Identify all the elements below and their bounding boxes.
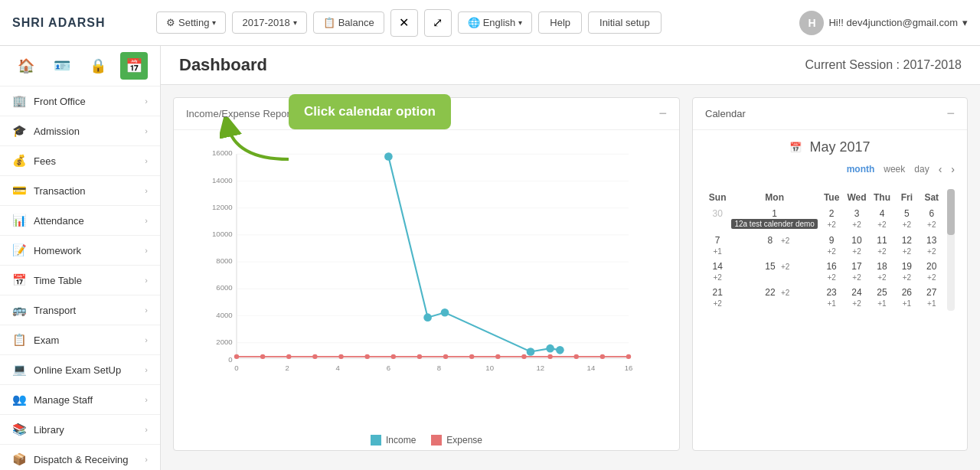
cal-more[interactable]: +2 xyxy=(852,299,861,308)
sidebar-item-front-office[interactable]: 🏢 Front Office › xyxy=(0,86,160,116)
cal-more[interactable]: +2 xyxy=(903,273,911,282)
tab-day[interactable]: day xyxy=(914,164,929,175)
cal-more[interactable]: +2 xyxy=(903,247,911,256)
cal-more[interactable]: +2 xyxy=(877,273,886,282)
cal-day-number: 27 xyxy=(921,287,942,298)
sidebar-item-library[interactable]: 📚 Library › xyxy=(0,415,160,445)
cal-cell[interactable]: 6+2 xyxy=(920,206,944,233)
sidebar-item-homework[interactable]: 📝 Homework › xyxy=(0,236,160,266)
cal-more[interactable]: +2 xyxy=(852,273,861,282)
initial-setup-button[interactable]: Initial setup xyxy=(588,11,662,34)
cal-event[interactable]: 12a test calender demo xyxy=(731,219,818,229)
cal-prev-button[interactable]: ‹ xyxy=(939,163,942,175)
cal-cell[interactable]: 8+2 xyxy=(730,233,819,259)
cal-cell[interactable]: 5+2 xyxy=(894,206,919,233)
cal-more[interactable]: +1 xyxy=(713,247,721,256)
sidebar-item-manage-staff[interactable]: 👥 Manage Staff › xyxy=(0,385,160,415)
cal-more[interactable]: +2 xyxy=(827,273,835,282)
close-button[interactable]: ✕ xyxy=(390,9,418,37)
cal-cell[interactable]: 12+2 xyxy=(894,233,919,259)
cal-day-number: 12 xyxy=(896,235,917,246)
sidebar-item-transaction[interactable]: 💳 Transaction › xyxy=(0,176,160,206)
cal-more[interactable]: +2 xyxy=(781,289,789,297)
sidebar-item-time-table[interactable]: 📅 Time Table › xyxy=(0,266,160,295)
sidebar-icon-home[interactable]: 🏠 xyxy=(12,52,40,80)
calendar-minimize-button[interactable]: − xyxy=(946,106,955,122)
cal-more[interactable]: +2 xyxy=(781,263,789,271)
setting-button[interactable]: ⚙ Setting ▾ xyxy=(156,11,226,34)
year-button[interactable]: 2017-2018 ▾ xyxy=(232,11,306,34)
sidebar-item-exam[interactable]: 📋 Exam › xyxy=(0,325,160,355)
cal-more[interactable]: +2 xyxy=(852,220,861,229)
cal-cell[interactable]: 7+1 xyxy=(705,233,730,259)
cal-cell[interactable]: 3+2 xyxy=(844,206,869,233)
cal-cell[interactable]: 25+1 xyxy=(870,285,894,311)
cal-more[interactable]: +1 xyxy=(903,299,911,308)
chevron-right-icon: › xyxy=(145,305,148,315)
cal-more[interactable]: +2 xyxy=(827,220,835,229)
cal-day-header-tue: Tue xyxy=(819,189,844,206)
cal-more[interactable]: +1 xyxy=(877,299,886,308)
cal-more[interactable]: +2 xyxy=(877,247,886,256)
cal-cell[interactable]: 2+2 xyxy=(819,206,844,233)
sidebar-item-admission[interactable]: 🎓 Admission › xyxy=(0,116,160,146)
cal-cell[interactable]: 17+2 xyxy=(844,259,869,285)
nav-left: 💻 Online Exam SetUp xyxy=(12,363,121,377)
language-button[interactable]: 🌐 English ▾ xyxy=(458,11,533,34)
cal-cell[interactable]: 19+2 xyxy=(894,259,919,285)
cal-day-number: 18 xyxy=(871,261,893,272)
help-button[interactable]: Help xyxy=(538,11,582,34)
cal-cell[interactable]: 13+2 xyxy=(920,233,944,259)
sidebar-icon-lock[interactable]: 🔒 xyxy=(84,52,112,80)
cal-more[interactable]: +2 xyxy=(903,220,911,229)
cal-more[interactable]: +2 xyxy=(827,247,835,256)
sidebar-icon-calendar[interactable]: 📅 xyxy=(120,52,148,80)
cal-cell[interactable]: 9+2 xyxy=(819,233,844,259)
cal-next-button[interactable]: › xyxy=(951,163,955,175)
cal-cell[interactable]: 20+2 xyxy=(920,259,944,285)
cal-cell[interactable]: 10+2 xyxy=(844,233,869,259)
balance-button[interactable]: 📋 Balance xyxy=(313,11,384,34)
sidebar-item-transport[interactable]: 🚌 Transport › xyxy=(0,295,160,325)
cal-more[interactable]: +1 xyxy=(827,299,835,308)
svg-point-45 xyxy=(521,354,526,359)
user-menu[interactable]: H Hi!! dev4junction@gmail.com ▾ xyxy=(799,11,968,35)
tab-week[interactable]: week xyxy=(884,164,905,175)
cal-cell[interactable]: 30 xyxy=(705,206,730,233)
cal-more[interactable]: +2 xyxy=(713,273,721,282)
cal-cell[interactable]: 26+1 xyxy=(894,285,919,311)
sidebar-icon-id[interactable]: 🪪 xyxy=(48,52,76,80)
cal-cell[interactable]: 24+2 xyxy=(844,285,869,311)
cal-more[interactable]: +2 xyxy=(927,220,936,229)
chevron-right-icon: › xyxy=(145,276,148,285)
cal-cell[interactable]: 22+2 xyxy=(730,285,819,311)
cal-cell[interactable]: 23+1 xyxy=(819,285,844,311)
cal-more[interactable]: +2 xyxy=(927,273,936,282)
cal-more[interactable]: +2 xyxy=(852,247,861,256)
chart-minimize-button[interactable]: − xyxy=(658,106,667,122)
cal-cell[interactable]: 14+2 xyxy=(705,259,730,285)
cal-cell[interactable]: 11+2 xyxy=(870,233,894,259)
cal-more[interactable]: +2 xyxy=(927,247,936,256)
sidebar-item-attendance[interactable]: 📊 Attendance › xyxy=(0,206,160,236)
tab-month[interactable]: month xyxy=(847,164,875,175)
svg-text:0: 0 xyxy=(228,355,232,364)
cal-cell[interactable]: 16+2 xyxy=(819,259,844,285)
cal-cell[interactable]: 15+2 xyxy=(730,259,819,285)
expand-button[interactable]: ⤢ xyxy=(424,9,452,37)
sidebar-item-fees[interactable]: 💰 Fees › xyxy=(0,146,160,176)
cal-cell[interactable]: 4+2 xyxy=(870,206,894,233)
cal-more[interactable]: +1 xyxy=(927,299,936,308)
cal-more[interactable]: +2 xyxy=(781,237,789,245)
cal-cell[interactable]: 21+2 xyxy=(705,285,730,311)
cal-cell[interactable]: 112a test calender demo xyxy=(730,206,819,233)
calendar-scrollbar[interactable] xyxy=(947,189,955,311)
nav-left: 💳 Transaction xyxy=(12,184,85,197)
cal-more[interactable]: +2 xyxy=(713,299,721,308)
cal-more[interactable]: +2 xyxy=(877,220,886,229)
cal-cell[interactable]: 18+2 xyxy=(870,259,894,285)
sidebar-item-online-exam[interactable]: 💻 Online Exam SetUp › xyxy=(0,355,160,385)
svg-point-43 xyxy=(469,354,474,359)
sidebar-item-dispatch[interactable]: 📦 Dispatch & Receiving › xyxy=(0,445,160,470)
cal-cell[interactable]: 27+1 xyxy=(920,285,944,311)
